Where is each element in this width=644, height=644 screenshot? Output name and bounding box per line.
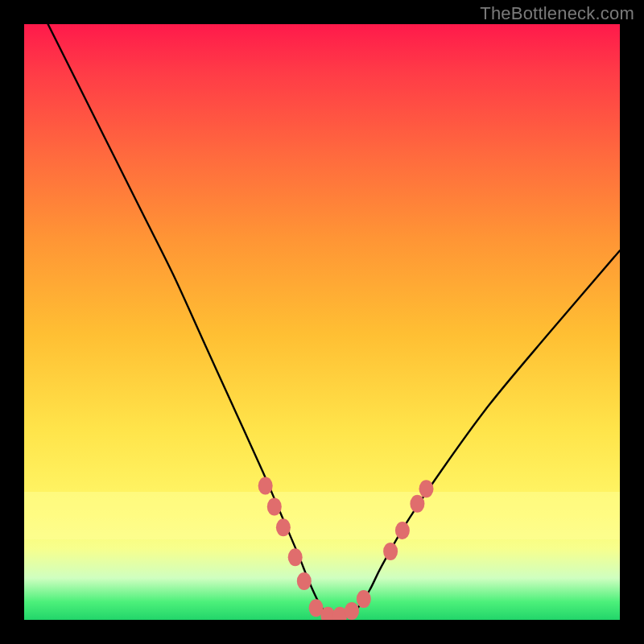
chart-frame: TheBottleneck.com	[0, 0, 644, 644]
curve-marker	[288, 548, 303, 566]
curve-marker	[419, 480, 434, 497]
curve-marker	[258, 477, 273, 495]
curve-svg	[24, 24, 620, 620]
bottleneck-curve	[48, 24, 620, 618]
curve-marker	[395, 522, 410, 539]
curve-marker	[297, 572, 312, 590]
marker-group	[258, 477, 434, 621]
curve-marker	[383, 543, 398, 560]
curve-marker	[345, 602, 359, 620]
watermark-text: TheBottleneck.com	[480, 3, 634, 24]
plot-area	[24, 24, 620, 620]
curve-marker	[267, 497, 282, 515]
curve-marker	[410, 495, 424, 513]
curve-marker	[357, 590, 371, 608]
curve-marker	[276, 518, 291, 536]
